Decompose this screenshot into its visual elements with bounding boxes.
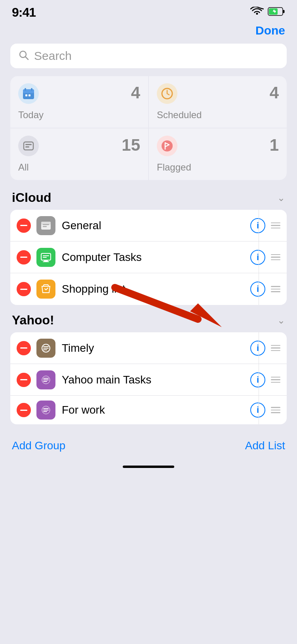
flagged-icon: [157, 136, 177, 156]
add-group-button[interactable]: Add Group: [12, 439, 65, 452]
svg-rect-19: [43, 226, 47, 227]
status-bar: 9:41: [0, 0, 297, 21]
yahoo-chevron-icon[interactable]: ⌄: [277, 315, 285, 326]
smart-list-all[interactable]: 15 All: [10, 128, 148, 180]
today-label: Today: [18, 109, 140, 121]
delete-shopping-button[interactable]: [17, 282, 31, 296]
list-item-timely[interactable]: Timely i: [10, 332, 287, 364]
general-info-button[interactable]: i: [250, 218, 265, 233]
shopping-list-name: Shopping list: [62, 283, 250, 295]
yahoo-main-list-icon: [36, 370, 55, 389]
all-label: All: [18, 162, 140, 173]
svg-rect-11: [24, 142, 33, 150]
list-item-general[interactable]: General i: [10, 210, 287, 242]
delete-computer-tasks-button[interactable]: [17, 250, 31, 264]
done-bar: Done: [0, 21, 297, 44]
list-item-yahoo-main[interactable]: Yahoo main Tasks i: [10, 364, 287, 396]
list-item-shopping[interactable]: Shopping list i: [10, 273, 287, 305]
for-work-list-name: For work: [62, 404, 250, 416]
scheduled-icon: [157, 83, 177, 104]
computer-tasks-drag-handle[interactable]: [271, 254, 280, 261]
timely-info-button[interactable]: i: [250, 341, 265, 356]
search-icon: [18, 50, 29, 62]
icloud-list-group: General i Computer Tasks i: [10, 210, 287, 305]
smart-lists-grid: 4 Today 4 Scheduled 15 All: [10, 76, 287, 180]
svg-rect-23: [43, 255, 49, 256]
all-icon: [18, 136, 39, 156]
status-icons: [250, 7, 285, 18]
for-work-drag-handle[interactable]: [271, 407, 280, 413]
yahoo-section-header: Yahoo! ⌄: [0, 313, 297, 332]
home-bar: [123, 466, 174, 468]
general-list-name: General: [62, 219, 250, 232]
icloud-section-header: iCloud ⌄: [0, 190, 297, 210]
scheduled-label: Scheduled: [157, 109, 279, 121]
smart-list-today[interactable]: 4 Today: [10, 76, 148, 128]
delete-general-button[interactable]: [17, 218, 31, 233]
yahoo-main-info-button[interactable]: i: [250, 372, 265, 387]
wifi-icon: [250, 7, 264, 18]
general-list-icon: [36, 216, 55, 235]
svg-rect-18: [43, 224, 49, 225]
svg-rect-7: [31, 88, 32, 91]
svg-rect-20: [41, 253, 51, 260]
svg-rect-24: [43, 257, 47, 258]
svg-rect-13: [25, 146, 29, 148]
delete-yahoo-main-button[interactable]: [17, 373, 31, 387]
done-button[interactable]: Done: [255, 24, 285, 37]
icloud-title: iCloud: [12, 190, 51, 205]
computer-tasks-list-name: Computer Tasks: [62, 251, 250, 264]
svg-rect-6: [25, 88, 26, 91]
today-count: 4: [131, 83, 140, 102]
smart-list-flagged[interactable]: 1 Flagged: [149, 128, 287, 180]
svg-rect-1: [283, 10, 285, 13]
timely-list-name: Timely: [62, 342, 250, 355]
list-item-for-work[interactable]: For work i: [10, 396, 287, 424]
flagged-count: 1: [270, 136, 279, 155]
yahoo-title: Yahoo!: [12, 313, 54, 328]
computer-tasks-info-button[interactable]: i: [250, 250, 265, 265]
bottom-bar: Add Group Add List: [0, 432, 297, 459]
shopping-info-button[interactable]: i: [250, 282, 265, 297]
for-work-info-button[interactable]: i: [250, 402, 265, 418]
delete-for-work-button[interactable]: [17, 403, 31, 417]
search-container: Search: [10, 44, 287, 68]
svg-rect-12: [25, 144, 32, 145]
home-indicator: [0, 459, 297, 471]
delete-timely-button[interactable]: [17, 341, 31, 355]
status-time: 9:41: [12, 5, 36, 20]
search-placeholder: Search: [34, 49, 72, 63]
svg-rect-8: [25, 94, 27, 96]
general-drag-handle[interactable]: [271, 222, 280, 229]
all-count: 15: [122, 136, 140, 155]
svg-rect-22: [43, 261, 49, 262]
svg-point-3: [20, 51, 26, 58]
add-list-button[interactable]: Add List: [245, 439, 285, 452]
smart-list-scheduled[interactable]: 4 Scheduled: [149, 76, 287, 128]
svg-rect-21: [44, 260, 48, 261]
flagged-label: Flagged: [157, 162, 279, 173]
icloud-chevron-icon[interactable]: ⌄: [277, 192, 285, 203]
timely-list-icon: [36, 339, 55, 358]
battery-icon: [268, 7, 285, 17]
scheduled-count: 4: [270, 83, 279, 102]
computer-tasks-list-icon: [36, 248, 55, 267]
yahoo-list-group: Timely i Yahoo main Tasks i: [10, 332, 287, 424]
yahoo-main-drag-handle[interactable]: [271, 377, 280, 383]
yahoo-main-list-name: Yahoo main Tasks: [62, 374, 250, 386]
timely-drag-handle[interactable]: [271, 345, 280, 351]
for-work-list-icon: [36, 401, 55, 420]
shopping-drag-handle[interactable]: [271, 286, 280, 292]
svg-rect-9: [29, 94, 30, 96]
shopping-list-icon: [36, 280, 55, 299]
list-item-computer-tasks[interactable]: Computer Tasks i: [10, 242, 287, 273]
search-bar[interactable]: Search: [10, 44, 287, 68]
today-icon: [18, 83, 39, 104]
